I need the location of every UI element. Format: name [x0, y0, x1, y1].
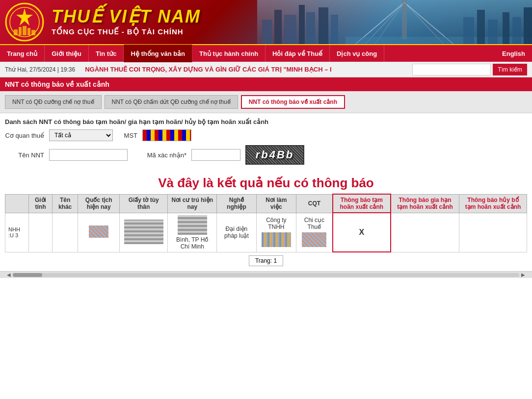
svg-rect-4 [19, 27, 22, 35]
cell-noi-cu-tru: Bình, TP Hồ Chí Minh [168, 213, 217, 252]
svg-rect-11 [284, 15, 296, 44]
svg-rect-9 [262, 20, 272, 44]
nav-gioi-thieu[interactable]: Giới thiệu [45, 45, 89, 62]
scroll-right-arrow[interactable]: ▶ [519, 272, 527, 277]
nav-hoi-dap[interactable]: Hỏi đáp về Thuế [266, 45, 330, 62]
nav-trang-chu[interactable]: Trang chủ [0, 45, 45, 62]
th-0 [5, 194, 29, 213]
th-nghe-nghiep: Nghề nghiệp [217, 194, 256, 213]
giay-to-redacted [124, 220, 163, 244]
form-area: Danh sách NNT có thông báo tạm hoãn/ gia… [0, 113, 532, 171]
svg-rect-27 [512, 17, 521, 44]
th-ten-khac: Tên khác [53, 194, 78, 213]
co-quan-thue-label: Cơ quan thuế [5, 132, 44, 139]
noi-cu-tru-text: Bình, TP Hồ Chí Minh [171, 236, 213, 250]
svg-rect-13 [306, 12, 315, 44]
pagination: Trang: 1 [5, 255, 527, 266]
noi-cu-tru-img [178, 215, 207, 235]
svg-rect-3 [14, 29, 18, 35]
svg-rect-8 [257, 0, 532, 44]
nav-dich-vu-cong[interactable]: Dịch vụ công [330, 45, 384, 62]
svg-line-16 [355, 2, 404, 44]
th-gioi-tinh: Giới tính [28, 194, 52, 213]
svg-rect-26 [503, 12, 509, 44]
ten-nnt-label: Tên NNT [5, 151, 44, 159]
big-message: Và đây là kết quả nếu có thông báo [0, 171, 532, 194]
search-button[interactable]: Tìm kiếm [493, 64, 527, 75]
svg-line-17 [404, 2, 453, 44]
nav-he-thong-van-ban[interactable]: Hệ thống văn bản [124, 45, 192, 62]
ma-xac-nhan-input[interactable] [191, 149, 240, 161]
cell-quoc-tich [78, 213, 120, 252]
results-table: Giới tính Tên khác Quốc tịch hiện nay Gi… [5, 194, 527, 252]
svg-rect-28 [524, 7, 532, 44]
svg-rect-14 [319, 7, 328, 44]
th-quoc-tich: Quốc tịch hiện nay [78, 194, 120, 213]
cell-tb-gia-han [391, 213, 459, 252]
th-cqt: CQT [296, 194, 333, 213]
tab-cham-dut[interactable]: NNT có QĐ chấm dứt QĐ cưỡng chế nợ thuế [105, 95, 238, 109]
th-tb-gia-han: Thông báo gia hạn tạm hoãn xuất cảnh [391, 194, 459, 213]
scrollbar-thumb[interactable] [13, 273, 42, 277]
results-table-container: Giới tính Tên khác Quốc tịch hiện nay Gi… [0, 194, 532, 271]
th-noi-lam-viec: Nơi làm việc [256, 194, 296, 213]
main-title: THUẾ VIỆT NAM [52, 8, 201, 25]
scrollbar-track[interactable] [13, 273, 519, 277]
svg-rect-22 [346, 37, 532, 44]
marquee-text: NGÀNH THUẾ COI TRỌNG, XÂY DỰNG VÀ GÌN GI… [85, 66, 412, 73]
tab-xuat-canh[interactable]: NNT có thông báo về xuất cảnh [241, 95, 345, 109]
search-area: Tìm kiếm [412, 64, 527, 75]
nav-thu-tuc-hanh-chinh[interactable]: Thủ tục hành chính [192, 45, 266, 62]
tab-cuong-che[interactable]: NNT có QĐ cưỡng chế nợ thuế [5, 95, 102, 109]
nav-lang[interactable]: English [495, 50, 532, 57]
svg-rect-5 [23, 26, 27, 35]
captcha-box: rb4Bb [245, 145, 304, 165]
svg-rect-21 [402, 0, 407, 39]
svg-line-19 [404, 2, 444, 44]
svg-rect-6 [27, 28, 30, 35]
cqt-img [302, 232, 326, 247]
scrollbar-area: ◀ ▶ [0, 271, 532, 278]
site-logo [5, 2, 44, 42]
date-bar: Thứ Hai, 27/5/2024 | 19:36 NGÀNH THUẾ CO… [0, 62, 532, 77]
cell-gioi-tinh [28, 213, 52, 252]
svg-rect-25 [488, 20, 498, 44]
big-message-text: Và đây là kết quả nếu có thông báo [158, 175, 373, 190]
cell-name: NHH :U 3 [5, 213, 29, 252]
svg-rect-10 [274, 10, 282, 44]
cell-nghe-nghiep: Đại diện pháp luật [217, 213, 256, 252]
x-mark: X [359, 228, 364, 236]
search-input[interactable] [412, 64, 491, 75]
mst-preview [142, 129, 191, 141]
co-quan-thue-select[interactable]: Tất cả [49, 129, 113, 141]
cell-tb-huy-bo [459, 213, 527, 252]
th-giay-to: Giấy tờ tùy thân [120, 194, 168, 213]
svg-rect-15 [331, 15, 338, 44]
scroll-left-arrow[interactable]: ◀ [5, 272, 13, 277]
form-description: Danh sách NNT có thông báo tạm hoãn/ gia… [5, 118, 527, 125]
main-nav: Trang chủ Giới thiệu Tin tức Hệ thống vă… [0, 44, 532, 62]
svg-line-18 [365, 2, 404, 44]
svg-line-20 [375, 2, 404, 44]
tab-area: NNT có QĐ cưỡng chế nợ thuế NNT có QĐ ch… [0, 91, 532, 113]
th-tb-huy-bo: Thông báo hủy bổ tạm hoãn xuất cảnh [459, 194, 527, 213]
form-row-co-quan: Cơ quan thuế Tất cả MST [5, 129, 527, 141]
mst-label: MST [118, 132, 137, 139]
page-label: Trang: 1 [249, 255, 283, 266]
th-tb-tam-hoan: Thông báo tạm hoãn xuất cảnh [333, 194, 391, 213]
site-title: THUẾ VIỆT NAM TỔNG CỤC THUẾ - BỘ TÀI CHÍ… [52, 8, 201, 36]
cell-giay-to [120, 213, 168, 252]
page-title: NNT có thông báo về xuất cảnh [0, 77, 532, 91]
cell-cqt: Chi cục Thuế [296, 213, 333, 252]
nav-tin-tuc[interactable]: Tin tức [89, 45, 124, 62]
form-row-ten-nnt: Tên NNT Mã xác nhận* rb4Bb [5, 145, 527, 165]
date-text: Thứ Hai, 27/5/2024 | 19:36 [5, 66, 75, 73]
sub-title: TỔNG CỤC THUẾ - BỘ TÀI CHÍNH [52, 27, 201, 36]
noi-lam-viec-text: Công ty TNHH [260, 217, 293, 230]
noi-lam-viec-img [262, 232, 291, 247]
site-header: THUẾ VIỆT NAM TỔNG CỤC THUẾ - BỘ TÀI CHÍ… [0, 0, 532, 44]
captcha-text: rb4Bb [256, 149, 294, 161]
ten-nnt-input[interactable] [49, 149, 128, 161]
cell-noi-lam-viec: Công ty TNHH [256, 213, 296, 252]
cell-ten-khac [53, 213, 78, 252]
